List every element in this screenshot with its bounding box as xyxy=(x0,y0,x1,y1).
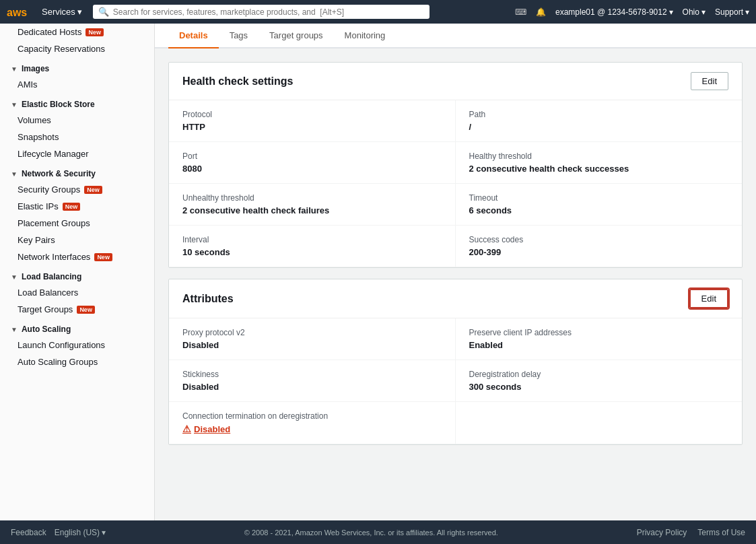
sidebar-item-load-balancers[interactable]: Load Balancers xyxy=(0,284,154,301)
unhealthy-threshold-label: Unhealthy threshold xyxy=(182,193,442,203)
elastic-ips-label: Elastic IPs xyxy=(18,201,59,211)
path-label: Path xyxy=(469,110,729,119)
deregistration-delay-label: Deregistration delay xyxy=(469,370,729,379)
sidebar-item-security-groups[interactable]: Security Groups New xyxy=(0,181,154,198)
ebs-arrow-icon: ▼ xyxy=(11,101,18,108)
images-section-label: Images xyxy=(22,64,49,73)
attributes-card: Attributes Edit Proxy protocol v2 Disabl… xyxy=(168,279,743,445)
protocol-value: HTTP xyxy=(182,122,442,132)
sidebar-section-network[interactable]: ▼ Network & Security xyxy=(0,162,154,181)
proxy-protocol-value: Disabled xyxy=(182,340,442,350)
stickiness-value: Disabled xyxy=(182,382,442,392)
preserve-client-ip-label: Preserve client IP addresses xyxy=(469,328,729,337)
sidebar-item-auto-scaling-groups[interactable]: Auto Scaling Groups xyxy=(0,353,154,370)
interval-label: Interval xyxy=(182,235,442,244)
sidebar-item-dedicated-hosts[interactable]: Dedicated Hosts New xyxy=(0,24,154,40)
tabs-bar: Details Tags Target groups Monitoring xyxy=(155,24,756,48)
health-check-edit-button[interactable]: Edit xyxy=(691,72,728,90)
success-codes-value: 200-399 xyxy=(469,247,729,257)
aws-logo[interactable]: aws xyxy=(7,5,28,19)
network-interfaces-label: Network Interfaces xyxy=(18,252,90,262)
account-label: example01 @ 1234-5678-9012 xyxy=(555,7,667,17)
health-check-timeout-cell: Timeout 6 seconds xyxy=(456,184,743,226)
tab-details[interactable]: Details xyxy=(168,24,219,48)
elastic-ips-badge: New xyxy=(63,203,81,211)
tab-target-groups-label: Target groups xyxy=(269,30,323,40)
sidebar-item-amis[interactable]: AMIs xyxy=(0,76,154,93)
timeout-value: 6 seconds xyxy=(469,205,729,215)
network-arrow-icon: ▼ xyxy=(11,170,18,178)
connection-termination-label: Connection termination on deregistration xyxy=(182,411,442,421)
support-menu[interactable]: Support ▾ xyxy=(715,7,749,17)
sidebar-item-capacity-reservations[interactable]: Capacity Reservations xyxy=(0,40,154,57)
stickiness-label: Stickiness xyxy=(182,370,442,379)
search-input[interactable] xyxy=(113,7,424,17)
health-check-title: Health check settings xyxy=(182,75,294,88)
attributes-header: Attributes Edit xyxy=(169,279,742,318)
health-check-success-codes-cell: Success codes 200-399 xyxy=(456,226,743,267)
health-check-healthy-threshold-cell: Healthy threshold 2 consecutive health c… xyxy=(456,142,743,184)
attributes-title: Attributes xyxy=(182,293,234,305)
tab-tags[interactable]: Tags xyxy=(219,24,259,48)
sidebar: Dedicated Hosts New Capacity Reservation… xyxy=(0,24,155,520)
auto-scaling-groups-label: Auto Scaling Groups xyxy=(18,357,98,367)
sidebar-section-load-balancing[interactable]: ▼ Load Balancing xyxy=(0,265,154,284)
images-arrow-icon: ▼ xyxy=(11,65,18,73)
sidebar-item-snapshots[interactable]: Snapshots xyxy=(0,129,154,145)
lifecycle-manager-label: Lifecycle Manager xyxy=(18,149,89,159)
sidebar-item-lifecycle-manager[interactable]: Lifecycle Manager xyxy=(0,145,154,162)
sidebar-item-launch-configurations[interactable]: Launch Configurations xyxy=(0,337,154,353)
tab-monitoring-label: Monitoring xyxy=(345,30,386,40)
sidebar-item-key-pairs[interactable]: Key Pairs xyxy=(0,232,154,248)
health-check-header: Health check settings Edit xyxy=(169,63,742,100)
healthy-threshold-label: Healthy threshold xyxy=(469,151,729,161)
sidebar-section-images[interactable]: ▼ Images xyxy=(0,57,154,76)
sidebar-item-placement-groups[interactable]: Placement Groups xyxy=(0,215,154,232)
auto-scaling-arrow-icon: ▼ xyxy=(11,326,18,333)
connection-termination-value[interactable]: ⚠ Disabled xyxy=(182,423,442,434)
sidebar-section-ebs[interactable]: ▼ Elastic Block Store xyxy=(0,93,154,112)
target-groups-badge: New xyxy=(77,306,95,314)
sidebar-item-target-groups[interactable]: Target Groups New xyxy=(0,301,154,318)
volumes-label: Volumes xyxy=(18,115,51,125)
region-menu[interactable]: Ohio ▾ xyxy=(683,7,706,17)
placement-groups-label: Placement Groups xyxy=(18,218,90,228)
port-label: Port xyxy=(182,151,442,161)
dedicated-hosts-badge: New xyxy=(85,28,104,36)
region-chevron-icon: ▾ xyxy=(701,7,706,17)
healthy-threshold-value: 2 consecutive health check successes xyxy=(469,164,729,174)
services-label: Services xyxy=(42,7,75,17)
tab-target-groups[interactable]: Target groups xyxy=(259,24,334,48)
account-menu[interactable]: example01 @ 1234-5678-9012 ▾ xyxy=(555,7,673,17)
nav-right: ⌨ 🔔 example01 @ 1234-5678-9012 ▾ Ohio ▾ … xyxy=(515,7,749,17)
sidebar-item-volumes[interactable]: Volumes xyxy=(0,112,154,129)
capacity-reservations-label: Capacity Reservations xyxy=(18,44,105,54)
tab-details-label: Details xyxy=(179,30,208,40)
services-chevron-icon: ▾ xyxy=(77,7,82,17)
attributes-edit-button[interactable]: Edit xyxy=(689,289,728,308)
terminal-icon[interactable]: ⌨ xyxy=(515,7,526,17)
network-section-label: Network & Security xyxy=(22,169,96,178)
proxy-protocol-cell: Proxy protocol v2 Disabled xyxy=(169,318,456,360)
empty-cell xyxy=(456,402,743,444)
search-bar: 🔍 xyxy=(93,5,429,19)
path-value: / xyxy=(469,122,729,132)
tab-monitoring[interactable]: Monitoring xyxy=(334,24,397,48)
sidebar-item-elastic-ips[interactable]: Elastic IPs New xyxy=(0,198,154,215)
unhealthy-threshold-value: 2 consecutive health check failures xyxy=(182,205,442,215)
sidebar-section-auto-scaling[interactable]: ▼ Auto Scaling xyxy=(0,318,154,337)
health-check-card: Health check settings Edit Protocol HTTP… xyxy=(168,62,743,268)
load-balancers-label: Load Balancers xyxy=(18,287,78,298)
deregistration-delay-cell: Deregistration delay 300 seconds xyxy=(456,360,743,402)
health-check-body: Protocol HTTP Path / Port 8080 xyxy=(169,100,742,267)
support-label: Support xyxy=(715,7,743,17)
stickiness-cell: Stickiness Disabled xyxy=(169,360,456,402)
bell-icon[interactable]: 🔔 xyxy=(536,7,546,17)
top-navigation: aws Services ▾ 🔍 ⌨ 🔔 example01 @ 1234-56… xyxy=(0,0,756,24)
attributes-grid: Proxy protocol v2 Disabled Preserve clie… xyxy=(169,318,742,444)
services-button[interactable]: Services ▾ xyxy=(36,4,88,20)
health-check-interval-cell: Interval 10 seconds xyxy=(169,226,456,267)
network-interfaces-badge: New xyxy=(94,253,112,261)
health-check-protocol-cell: Protocol HTTP xyxy=(169,100,456,142)
sidebar-item-network-interfaces[interactable]: Network Interfaces New xyxy=(0,248,154,265)
